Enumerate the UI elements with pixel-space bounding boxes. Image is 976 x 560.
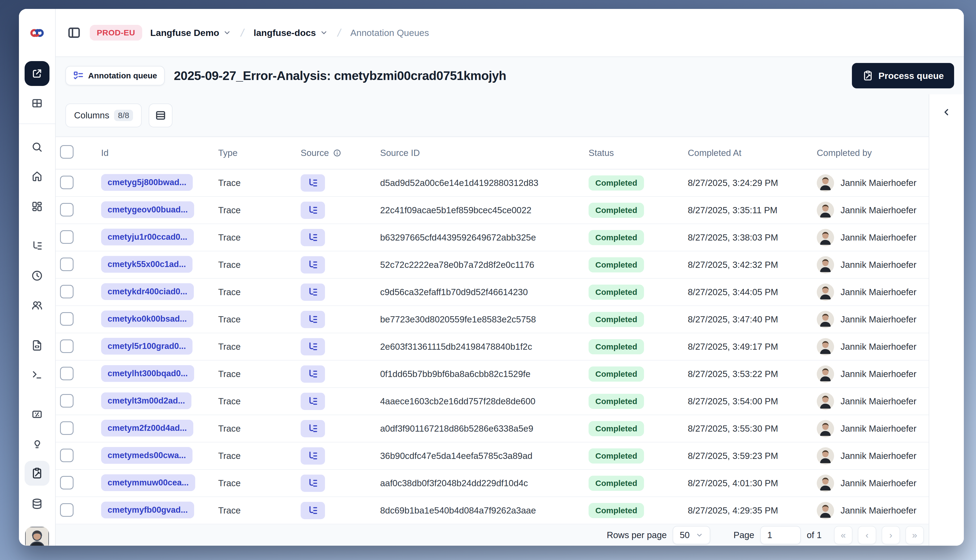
process-queue-button[interactable]: Process queue [852, 63, 954, 88]
sidebar-item-search[interactable] [31, 141, 43, 153]
table-row[interactable]: cmetygeov00buad... Trace 22c41f09acae5b1… [56, 197, 929, 224]
last-page-button[interactable]: » [906, 526, 924, 544]
item-id-link[interactable]: cmetymyfb00gvad... [101, 502, 194, 518]
table-row[interactable]: cmetyk55x00c1ad... Trace 52c72c2222ea78e… [56, 252, 929, 278]
sidebar-item-prompts[interactable] [31, 339, 43, 352]
sidebar-item-open-external[interactable] [25, 61, 50, 86]
item-id-link[interactable]: cmetykdr400ciad0... [101, 283, 194, 300]
sidebar-item-home[interactable] [31, 170, 43, 182]
list-tree-icon [307, 450, 319, 462]
user-avatar[interactable] [25, 527, 49, 546]
sidebar-item-tables[interactable] [31, 97, 43, 110]
table-row[interactable]: cmetym2fz00d4ad... Trace a0df3f901167218… [56, 415, 929, 442]
source-trace-button[interactable] [300, 256, 325, 273]
page-number-input[interactable]: 1 [760, 526, 801, 544]
row-checkbox[interactable] [60, 312, 73, 326]
table-panel: Columns 8/8 Id Type So [56, 94, 929, 546]
source-id: aaf0c38db0f3f2048b24dd229df10d4c [380, 478, 589, 488]
breadcrumb-project[interactable]: langfuse-docs [254, 28, 328, 38]
columns-button[interactable]: Columns 8/8 [65, 103, 142, 127]
source-trace-button[interactable] [300, 311, 325, 328]
source-trace-button[interactable] [300, 420, 325, 437]
source-trace-button[interactable] [300, 393, 325, 410]
completed-by-name: Jannik Maierhoefer [841, 478, 916, 488]
row-checkbox[interactable] [60, 476, 73, 490]
info-icon [333, 148, 342, 157]
item-id-link[interactable]: cmetymeds00cwa... [101, 447, 192, 464]
sidebar-item-sessions[interactable] [31, 270, 43, 282]
source-trace-button[interactable] [300, 202, 325, 219]
list-tree-icon [31, 240, 43, 252]
table-row[interactable]: cmetyl5r100grad0... Trace 2e603f31361115… [56, 333, 929, 360]
source-trace-button[interactable] [300, 283, 325, 301]
item-id-link[interactable]: cmetygeov00buad... [101, 202, 194, 218]
completed-by: Jannik Maierhoefer [817, 338, 929, 355]
row-checkbox[interactable] [60, 203, 73, 217]
title-row: Annotation queue 2025-09-27_Error-Analys… [56, 57, 964, 94]
desktop-background: PROD-EU Langfuse Demo / langfuse-docs / … [0, 0, 976, 560]
sidebar-item-datasets[interactable] [31, 498, 43, 510]
row-checkbox[interactable] [60, 422, 73, 435]
avatar-photo [817, 256, 834, 273]
sidebar-toggle-button[interactable] [67, 25, 82, 40]
chevron-down-icon [223, 28, 231, 37]
table-row[interactable]: cmetylht300bqad0... Trace 0f1dd65b7bb9bf… [56, 360, 929, 388]
list-tree-icon [307, 396, 319, 407]
previous-page-button[interactable]: ‹ [858, 526, 876, 544]
item-id-link[interactable]: cmetym2fz00d4ad... [101, 420, 193, 437]
table-row[interactable]: cmetyju1r00ccad0... Trace b63297665cfd44… [56, 224, 929, 252]
source-trace-button[interactable] [300, 447, 325, 465]
row-height-button[interactable] [149, 103, 172, 127]
source-trace-button[interactable] [300, 365, 325, 383]
source-trace-button[interactable] [300, 174, 325, 192]
item-id-link[interactable]: cmetyko0k00bsad... [101, 310, 193, 327]
sidebar-item-annotation-queues[interactable] [25, 461, 50, 486]
table-row[interactable]: cmetylt3m00d2ad... Trace 4aaece1603cb2e1… [56, 388, 929, 415]
source-trace-button[interactable] [300, 502, 325, 519]
rows-per-page-select[interactable]: 50 [672, 526, 710, 544]
chevron-down-icon [696, 532, 703, 539]
row-checkbox[interactable] [60, 394, 73, 408]
row-checkbox[interactable] [60, 340, 73, 353]
row-checkbox[interactable] [60, 176, 73, 189]
item-id-link[interactable]: cmetyl5r100grad0... [101, 338, 192, 355]
source-trace-button[interactable] [300, 475, 325, 492]
sidebar-item-evaluation[interactable] [31, 408, 43, 420]
table-row[interactable]: cmetymyfb00gvad... Trace 8dc69b1ba1e540b… [56, 497, 929, 524]
columns-count-badge: 8/8 [114, 110, 133, 121]
sidebar-item-dashboards[interactable] [31, 200, 43, 213]
row-checkbox[interactable] [60, 367, 73, 380]
select-all-checkbox[interactable] [60, 145, 73, 158]
table-row[interactable]: cmetyg5j800bwad... Trace d5ad9d52a00c6e1… [56, 170, 929, 197]
breadcrumb-page: Annotation Queues [350, 28, 429, 38]
item-id-link[interactable]: cmetylt3m00d2ad... [101, 392, 192, 409]
table-row[interactable]: cmetymmuw00cea... Trace aaf0c38db0f3f204… [56, 470, 929, 497]
item-id-link[interactable]: cmetymmuw00cea... [101, 474, 195, 491]
table-row[interactable]: cmetymeds00cwa... Trace 36b90cdfc47e5da1… [56, 442, 929, 470]
sidebar-item-suggestions[interactable] [31, 438, 43, 450]
table-row[interactable]: cmetyko0k00bsad... Trace be7723e30d80205… [56, 306, 929, 333]
collapse-panel-button[interactable] [938, 104, 954, 120]
row-checkbox[interactable] [60, 285, 73, 298]
item-id-link[interactable]: cmetyk55x00c1ad... [101, 256, 192, 273]
item-id-link[interactable]: cmetyg5j800bwad... [101, 174, 193, 191]
avatar-photo [817, 475, 834, 492]
sidebar-item-users[interactable] [31, 299, 43, 312]
source-trace-button[interactable] [300, 338, 325, 355]
sidebar-item-tracing[interactable] [31, 240, 43, 252]
next-page-button[interactable]: › [882, 526, 900, 544]
row-checkbox[interactable] [60, 503, 73, 517]
row-checkbox[interactable] [60, 258, 73, 271]
item-id-link[interactable]: cmetyju1r00ccad0... [101, 228, 194, 245]
table-row[interactable]: cmetykdr400ciad0... Trace c9d56ca32efaff… [56, 278, 929, 306]
list-tree-icon [307, 341, 319, 352]
first-page-button[interactable]: « [834, 526, 853, 544]
row-checkbox[interactable] [60, 230, 73, 244]
breadcrumb-org[interactable]: Langfuse Demo [150, 28, 231, 38]
sidebar-item-playground[interactable] [31, 368, 43, 380]
source-trace-button[interactable] [300, 229, 325, 246]
item-type: Trace [218, 287, 300, 297]
item-type: Trace [218, 478, 300, 488]
row-checkbox[interactable] [60, 448, 73, 462]
item-id-link[interactable]: cmetylht300bqad0... [101, 365, 194, 382]
